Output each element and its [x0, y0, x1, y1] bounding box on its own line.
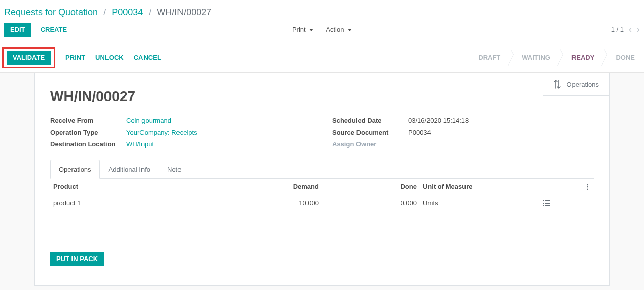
chevron-down-icon: [348, 29, 352, 31]
receive-from-label: Receive From: [50, 117, 126, 124]
validate-button[interactable]: VALIDATE: [7, 51, 51, 65]
edit-button[interactable]: EDIT: [4, 23, 31, 37]
breadcrumb: Requests for Quotation / P00034 / WH/IN/…: [0, 0, 644, 23]
cell-product: product 1: [50, 195, 224, 211]
status-waiting[interactable]: WAITING: [510, 50, 559, 66]
tab-additional-info[interactable]: Additional Info: [100, 160, 159, 178]
fields-left: Receive From Coin gourmand Operation Typ…: [50, 115, 312, 150]
action-dropdown[interactable]: Action: [321, 23, 356, 37]
tab-operations[interactable]: Operations: [50, 160, 100, 179]
operations-table: Product Demand Done Unit of Measure ⋮ pr…: [50, 179, 594, 211]
form-sheet: Operations WH/IN/00027 Receive From Coin…: [34, 73, 610, 286]
scheduled-date-label: Scheduled Date: [332, 117, 408, 124]
pager: 1 / 1 ‹ ›: [611, 24, 640, 35]
scheduled-date-value: 03/16/2020 15:14:18: [408, 117, 594, 124]
source-document-value: P00034: [408, 128, 594, 136]
receive-from-value[interactable]: Coin gourmand: [126, 117, 171, 124]
create-button[interactable]: CREATE: [35, 23, 72, 37]
unlock-button[interactable]: UNLOCK: [95, 54, 124, 61]
cancel-button[interactable]: CANCEL: [134, 54, 161, 61]
operations-stat-button[interactable]: Operations: [543, 73, 609, 96]
col-demand[interactable]: Demand: [224, 179, 322, 195]
destination-location-label: Destination Location: [50, 140, 126, 148]
cell-uom: Units: [420, 195, 540, 211]
fields: Receive From Coin gourmand Operation Typ…: [35, 115, 609, 160]
status-done[interactable]: DONE: [603, 50, 644, 66]
validate-highlight: VALIDATE: [2, 47, 55, 68]
breadcrumb-root[interactable]: Requests for Quotation: [4, 7, 98, 17]
page-title: WH/IN/00027: [35, 73, 609, 115]
fields-right: Scheduled Date 03/16/2020 15:14:18 Sourc…: [332, 115, 594, 150]
col-uom[interactable]: Unit of Measure: [420, 179, 540, 195]
put-in-pack-button[interactable]: PUT IN PACK: [50, 252, 104, 266]
action-bar: VALIDATE PRINT UNLOCK CANCEL DRAFT WAITI…: [0, 43, 644, 73]
print-button[interactable]: PRINT: [65, 54, 85, 61]
col-product[interactable]: Product: [50, 179, 224, 195]
pager-text: 1 / 1: [611, 26, 624, 34]
pager-prev-icon[interactable]: ‹: [629, 24, 632, 35]
breadcrumb-current: WH/IN/00027: [157, 7, 211, 17]
col-detail: [540, 179, 572, 195]
assign-owner-value: [408, 140, 594, 148]
chevron-down-icon: [309, 29, 313, 31]
tabs: Operations Additional Info Note: [50, 160, 594, 179]
assign-owner-label: Assign Owner: [332, 140, 408, 148]
pager-next-icon[interactable]: ›: [637, 24, 640, 35]
tab-note[interactable]: Note: [159, 160, 190, 178]
status-bar: DRAFT WAITING READY DONE: [466, 50, 644, 66]
operation-type-label: Operation Type: [50, 128, 126, 136]
col-done[interactable]: Done: [322, 179, 420, 195]
kebab-icon[interactable]: ⋮: [584, 183, 591, 190]
operations-stat-label: Operations: [566, 81, 599, 88]
status-draft[interactable]: DRAFT: [466, 50, 510, 66]
source-document-label: Source Document: [332, 128, 408, 136]
transfer-arrows-icon: [553, 79, 561, 89]
breadcrumb-sep-icon: /: [149, 7, 151, 17]
table-row[interactable]: product 1 10.000 0.000 Units: [50, 195, 594, 211]
breadcrumb-sep-icon: /: [103, 7, 106, 17]
detailed-operations-icon[interactable]: [543, 200, 569, 206]
control-bar: EDIT CREATE Print Action 1 / 1 ‹ ›: [0, 23, 644, 43]
destination-location-value[interactable]: WH/Input: [126, 140, 154, 148]
operation-type-value[interactable]: YourCompany: Receipts: [126, 128, 197, 136]
print-dropdown-label: Print: [292, 26, 306, 34]
form-sheet-bg: Operations WH/IN/00027 Receive From Coin…: [0, 73, 644, 290]
cell-done: 0.000: [322, 195, 420, 211]
cell-demand: 10.000: [224, 195, 322, 211]
status-ready[interactable]: READY: [559, 50, 604, 66]
action-dropdown-label: Action: [326, 26, 344, 34]
print-dropdown[interactable]: Print: [288, 23, 317, 37]
breadcrumb-parent[interactable]: P00034: [112, 7, 143, 17]
